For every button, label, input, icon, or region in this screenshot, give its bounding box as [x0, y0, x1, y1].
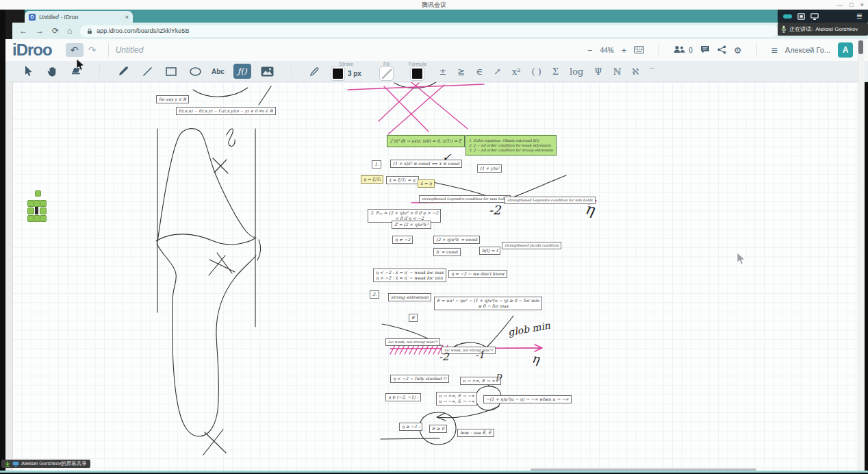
stylus-color-tool[interactable]: [307, 64, 322, 79]
vertical-scrollbar-thumb[interactable]: [858, 40, 863, 54]
zoom-level[interactable]: 44%: [600, 47, 614, 54]
board-note-strong[interactable]: strong extremum: [388, 293, 431, 301]
symbol-button[interactable]: ℕ: [613, 66, 622, 77]
user-name[interactable]: Алексей Го...: [785, 46, 830, 54]
symbol-button[interactable]: log: [570, 66, 583, 77]
handwriting-minus2-top[interactable]: -2: [489, 203, 501, 217]
pan-hand-tool[interactable]: [44, 64, 60, 79]
formula-tool-active[interactable]: ƒ(): [233, 64, 251, 79]
handwriting-minus2-low[interactable]: -2: [439, 351, 449, 363]
selection-handle[interactable]: [40, 200, 47, 207]
settings-gear-icon[interactable]: ⚙: [734, 46, 742, 55]
board-note-eta-range[interactable]: η ∈ (−2, −1) :: [385, 393, 421, 401]
symbol-button[interactable]: ( ): [532, 66, 541, 77]
formula-color-swatch[interactable]: [411, 67, 424, 80]
symbol-button[interactable]: ‾: [650, 66, 654, 77]
selection-handle[interactable]: [27, 208, 34, 214]
selection-handle[interactable]: [40, 215, 47, 222]
handwriting-minus1-low[interactable]: -1: [475, 349, 485, 360]
board-note-how[interactable]: how : use Ē, Ê: [457, 429, 494, 437]
text-tool[interactable]: Abc: [212, 64, 225, 79]
symbol-button[interactable]: ±: [439, 66, 447, 77]
board-note-fully-studied[interactable]: η < −2 − fully studied !!: [390, 375, 449, 383]
new-tab-button[interactable]: +: [129, 12, 133, 21]
symbol-button[interactable]: Σ: [552, 66, 559, 77]
selection-rotate-handle[interactable]: [35, 190, 41, 197]
handwriting-check[interactable]: ✓: [442, 151, 451, 164]
select-tool[interactable]: [21, 64, 36, 79]
board-note-plan[interactable]: 1. Euler equation. Obtain extremal x̂(t)…: [465, 135, 557, 155]
chat-icon[interactable]: [700, 45, 710, 55]
symbol-button[interactable]: ↗: [494, 66, 501, 77]
ellipse-tool[interactable]: [188, 64, 203, 79]
stop-sharing-icon[interactable]: [797, 13, 805, 20]
line-tool[interactable]: [140, 64, 155, 79]
image-tool[interactable]: [260, 64, 275, 79]
zoom-in-button[interactable]: +: [622, 46, 627, 55]
board-note-eta-ge[interactable]: η ≥ −1 :: [399, 423, 422, 431]
board-note-h-t[interactable]: h(t) = t: [479, 247, 500, 255]
board-note-z-eq[interactable]: Ẑ = (2 + η)u²h′²: [392, 221, 431, 229]
main-menu-icon[interactable]: ≡: [771, 46, 778, 55]
board-note-cubic-term[interactable]: −(1 + η)u²(u − η) → −∞ when u → −∞: [483, 395, 572, 403]
board-note-h-const[interactable]: h′ = const: [433, 248, 461, 256]
symbol-button[interactable]: ∈: [476, 66, 483, 77]
rectangle-tool[interactable]: [164, 64, 179, 79]
window-close-button[interactable]: ×: [860, 1, 864, 8]
board-note-xdot[interactable]: ẋ = ξ∕T₁ = η′: [386, 176, 419, 184]
pencil-tool[interactable]: [116, 64, 131, 79]
zoom-out-button[interactable]: −: [587, 46, 593, 55]
monitor-icon[interactable]: [810, 13, 819, 20]
board-note-e-ge-0[interactable]: E ≥ 0: [429, 425, 447, 433]
board-note-weak-cases[interactable]: η < −2 : ẋ = η′ − weak loc maxη > −2 : ẋ…: [373, 269, 446, 282]
keyboard-icon[interactable]: [634, 46, 644, 55]
stroke-width-value[interactable]: 3 px: [348, 70, 361, 77]
board-note-step3[interactable]: 3.: [370, 290, 379, 299]
board-note-loc-min[interactable]: loc weak, not strong min!!!: [442, 347, 496, 354]
board-note-e-small[interactable]: E: [409, 314, 418, 322]
share-icon[interactable]: [717, 45, 726, 55]
stroke-color-swatch[interactable]: [331, 67, 344, 80]
symbol-button[interactable]: Ψ: [594, 66, 602, 77]
handwriting-d-label[interactable]: D: [496, 373, 502, 382]
avatar[interactable]: A: [838, 42, 853, 58]
board-note-eta-def[interactable]: η = ξ∕T₁: [361, 175, 383, 184]
board-note-dont-know[interactable]: η = −2 − we don't know: [448, 270, 507, 278]
board-note-integrand[interactable]: (1 + y)u²: [477, 164, 502, 173]
board-note-problem[interactable]: ∫ tẋ² dt → extr, x(0) = 0, x(T₁) = ξ: [387, 135, 465, 147]
address-bar[interactable]: app.idroo.com/boards/IZkklYke5B: [80, 25, 778, 37]
board-title[interactable]: Untitled: [116, 45, 144, 55]
board-note-loc-max[interactable]: loc weak, not strong max!!!: [385, 338, 440, 346]
fill-color-swatch[interactable]: [380, 67, 393, 80]
window-minimize-button[interactable]: —: [837, 1, 843, 8]
selection-handle[interactable]: [40, 208, 47, 214]
board-note-legendre-min[interactable]: strengthened Legendre condition for min …: [505, 197, 596, 204]
symbol-button[interactable]: ≧: [458, 66, 465, 77]
forward-icon[interactable]: →: [36, 27, 44, 35]
board-note-jacobi-eq[interactable]: (2 + η)u²h′ = const: [433, 236, 480, 244]
selected-object[interactable]: [35, 207, 38, 214]
vertical-scrollbar-track[interactable]: [858, 39, 865, 471]
board-note-for-any-y[interactable]: for any y ∈ ℝ: [156, 95, 189, 103]
board-note-weierstrass[interactable]: E = uu² − ηu² − (1 + η)u²(u − η) ≥ 0 − f…: [434, 297, 542, 310]
board-note-xdot-eta[interactable]: ẋ = η: [418, 179, 435, 188]
board-note-convexity[interactable]: f(t,x,u) − f(t,x,y) − f′ᵤ(t,x,y)(u − y) …: [176, 107, 276, 115]
eraser-tool[interactable]: [68, 64, 84, 79]
symbol-button[interactable]: ℵ: [633, 66, 639, 77]
redo-button[interactable]: ↷: [84, 43, 101, 57]
board-note-eta-ne[interactable]: η ≠ −2: [392, 236, 413, 244]
reload-icon[interactable]: ⟳: [52, 27, 59, 35]
idroo-logo[interactable]: iDroo: [12, 40, 52, 60]
browser-tab[interactable]: D Untitled - IDroo ×: [25, 11, 133, 23]
symbol-button[interactable]: x²: [512, 66, 521, 77]
window-maximize-button[interactable]: □: [850, 1, 853, 8]
board-note-euler[interactable]: (1 + x)ẋ² ≡ const ⟹ ẋ ≡ const: [390, 160, 462, 168]
overlay-menu-icon[interactable]: ≣: [856, 12, 863, 21]
undo-button[interactable]: ↶: [66, 43, 84, 57]
home-icon[interactable]: ⌂: [67, 27, 72, 35]
board-note-jacobi[interactable]: strengthened Jacobi condition: [502, 242, 561, 249]
board-note-step1[interactable]: 1.: [372, 160, 381, 169]
board-note-e-minus[interactable]: u → +∞, E → −∞u → −∞, E → −∞: [436, 392, 477, 406]
participants-icon[interactable]: [674, 45, 685, 55]
board-note-legendre-max[interactable]: strengthened Legendre condition for max …: [419, 195, 511, 203]
